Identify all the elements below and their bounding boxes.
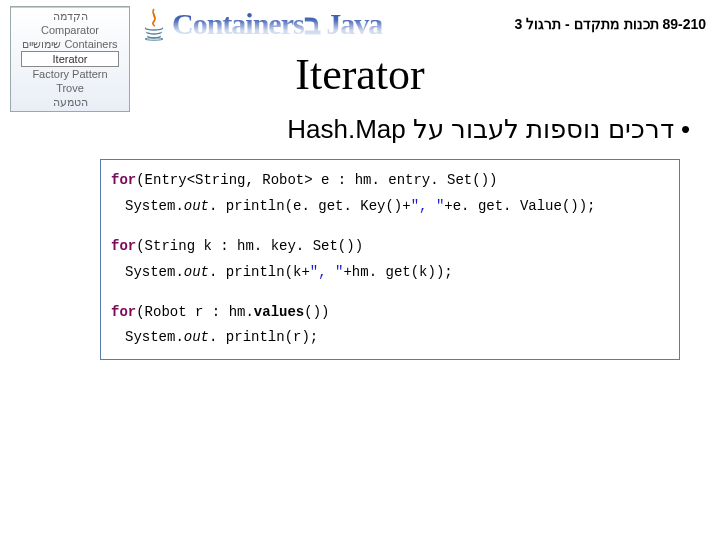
code-frag: . println(r); xyxy=(209,329,318,345)
code-frag: . println(k+ xyxy=(209,264,310,280)
bullet-text: • דרכים נוספות לעבור על Hash.Map xyxy=(0,114,720,145)
code-frag: +e. get. Value()); xyxy=(444,198,595,214)
code-line-2: for(String k : hm. key. Set()) System.ou… xyxy=(111,234,669,286)
nav-item-assimilation[interactable]: הטמעה xyxy=(15,95,125,109)
nav-item-factory[interactable]: Factory Pattern xyxy=(15,67,125,81)
nav-item-containers[interactable]: שימושיים Containers xyxy=(15,37,125,51)
nav-item-trove[interactable]: Trove xyxy=(15,81,125,95)
code-str-2: ", " xyxy=(310,264,344,280)
code-frag: (String k : hm. key. Set()) xyxy=(136,238,363,254)
code-frag: (Robot r : hm. xyxy=(136,304,254,320)
bullet-latin: Hash.Map xyxy=(287,114,406,144)
kw-for-3: for xyxy=(111,304,136,320)
code-out-2: out xyxy=(184,264,209,280)
logo-title-group: Containersב Java xyxy=(140,6,382,41)
code-frag: System. xyxy=(125,329,184,345)
code-out-1: out xyxy=(184,198,209,214)
nav-item-intro[interactable]: הקדמה xyxy=(15,9,125,23)
nav-item-iterator[interactable]: Iterator xyxy=(21,51,119,67)
code-frag: . println(e. get. Key()+ xyxy=(209,198,411,214)
code-line-1: for(Entry<String, Robot> e : hm. entry. … xyxy=(111,168,669,220)
code-frag: (Entry<String, Robot> e : hm. entry. Set… xyxy=(136,172,497,188)
nav-item-comparator[interactable]: Comparator xyxy=(15,23,125,37)
java-logo-icon xyxy=(140,7,168,41)
code-frag: ()) xyxy=(304,304,329,320)
code-block: for(Entry<String, Robot> e : hm. entry. … xyxy=(100,159,680,360)
code-frag: System. xyxy=(125,264,184,280)
code-str-1: ", " xyxy=(411,198,445,214)
header-wordart: Containersב Java xyxy=(172,6,382,41)
code-values: values xyxy=(254,304,304,320)
code-frag: System. xyxy=(125,198,184,214)
bullet-hebrew: דרכים נוספות לעבור על xyxy=(413,114,674,144)
kw-for-2: for xyxy=(111,238,136,254)
course-label: 89-210 תכנות מתקדם - תרגול 3 xyxy=(514,16,706,32)
kw-for-1: for xyxy=(111,172,136,188)
svg-point-0 xyxy=(145,37,163,39)
code-frag: +hm. get(k)); xyxy=(343,264,452,280)
nav-panel: הקדמה Comparator שימושיים Containers Ite… xyxy=(10,6,130,112)
code-out-3: out xyxy=(184,329,209,345)
code-line-3: for(Robot r : hm.values()) System.out. p… xyxy=(111,300,669,352)
